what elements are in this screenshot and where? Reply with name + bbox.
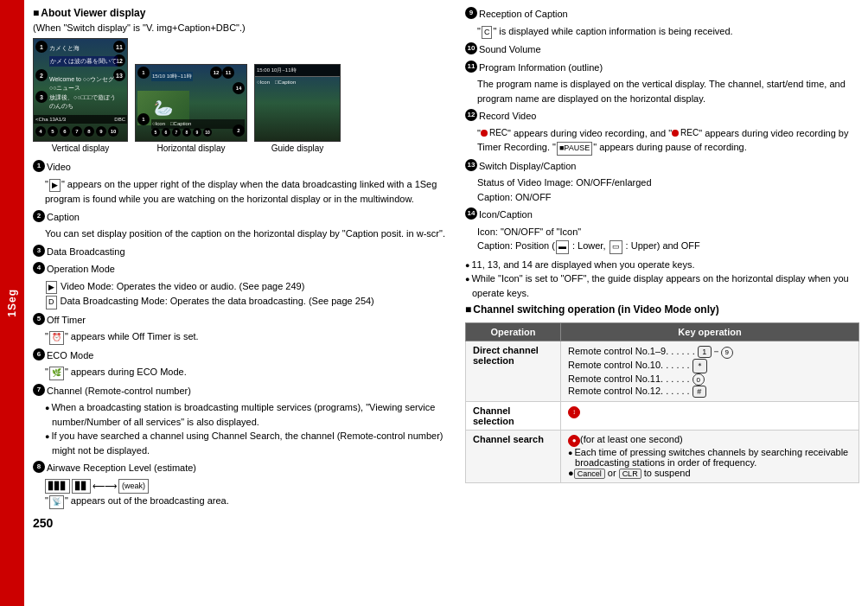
signal-mid: ▊▊ bbox=[72, 479, 91, 494]
red-sidebar: 1Seg bbox=[0, 0, 24, 606]
item-6-text: "🌿" appears during ECO Mode. bbox=[33, 365, 456, 380]
item-7: 7 Channel (Remote-control number) When a… bbox=[33, 384, 456, 458]
item-14-sub-1: Icon: "ON/OFF" of "Icon" bbox=[477, 225, 859, 239]
screen-text-2: かメくは波の暮を聞いて bbox=[49, 56, 118, 67]
display-images-row: 1 2 3 11 12 13 カメくと海 かメくは波の暮を聞いて Welcome… bbox=[33, 38, 456, 153]
key-long-press: ● bbox=[568, 435, 580, 447]
item-4-row: 4 Operation Mode bbox=[33, 262, 456, 277]
guide-content: ○Icon □Caption bbox=[255, 77, 340, 88]
h-overlay-12: 12 bbox=[210, 67, 222, 79]
item-11: 11 Program Information (outline) The pro… bbox=[465, 61, 859, 106]
vertical-screen: 1 2 3 11 12 13 カメくと海 かメくは波の暮を聞いて Welcome… bbox=[34, 39, 127, 141]
guide-row-1: ○Icon □Caption bbox=[257, 79, 338, 86]
num-2: 2 bbox=[33, 210, 45, 222]
item-2: 2 Caption You can set display position o… bbox=[33, 210, 456, 241]
direct-op-text: Direct channel selection bbox=[473, 345, 539, 366]
search-line-3: ●Cancel or CLR to suspend bbox=[568, 468, 852, 479]
guide-screen: 15:00 10月~11時 ○Icon □Caption bbox=[255, 65, 340, 141]
bottom-bar-row: <Cha 13A1/3 DBC bbox=[35, 117, 125, 122]
overlay-num-11-v: 11 bbox=[113, 41, 125, 53]
num-1: 1 bbox=[33, 160, 45, 172]
guide-header: 15:00 10月~11時 bbox=[255, 65, 340, 77]
icon-6: 6 bbox=[60, 126, 70, 137]
off-timer-icon: ⏰ bbox=[49, 331, 64, 345]
col-key-operation: Key operation bbox=[561, 323, 859, 341]
h-overlay-11: 11 bbox=[222, 67, 234, 79]
content-area: About Viewer display (When "Switch displ… bbox=[24, 0, 868, 606]
ch-label: <Cha 13A1/3 bbox=[35, 117, 66, 122]
arrow-icon: ⟵⟶ bbox=[93, 480, 117, 493]
item-12: 12 Record Video " REC" appears during vi… bbox=[465, 109, 859, 156]
num-12: 12 bbox=[465, 109, 477, 121]
item-12-row: 12 Record Video bbox=[465, 109, 859, 124]
item-3: 3 Data Broadcasting bbox=[33, 245, 456, 259]
bottom-icons-row: 4 5 6 7 8 9 10 bbox=[35, 126, 118, 137]
num-7: 7 bbox=[33, 384, 45, 396]
h-screen-text-1: 15/10 10時~11時 bbox=[151, 72, 193, 81]
item-11-row: 11 Program Information (outline) bbox=[465, 61, 859, 75]
horizontal-display: 1 12 11 14 15/10 10時~11時 🦢 1 bbox=[135, 64, 247, 142]
key-hash: # bbox=[692, 386, 706, 398]
rec-dot bbox=[481, 130, 488, 137]
item-1-row: 1 Video bbox=[33, 160, 456, 175]
item-9: 9 Reception of Caption "C" is displayed … bbox=[465, 7, 859, 39]
item-8-row: 8 Airwave Reception Level (estimate) bbox=[33, 461, 456, 475]
item-9-text: "C" is displayed while caption informati… bbox=[465, 24, 859, 40]
h-overlay-14: 14 bbox=[233, 82, 245, 94]
item-9-label: Reception of Caption bbox=[479, 7, 568, 22]
num-13: 13 bbox=[465, 159, 477, 171]
rec-icon-1: REC bbox=[481, 126, 507, 139]
icon-5: 5 bbox=[48, 126, 58, 137]
item-11-label: Program Information (outline) bbox=[479, 61, 603, 75]
item-14-label: Icon/Caption bbox=[479, 207, 533, 222]
screen-text-5: 放課後、○○□□□で遊ぼう bbox=[49, 93, 116, 102]
table-row-direct: Direct channel selection Remote control … bbox=[466, 341, 859, 402]
num-10: 10 bbox=[465, 42, 477, 54]
page-container: 1Seg About Viewer display (When "Switch … bbox=[0, 0, 868, 606]
screen-bottom-bar: <Cha 13A1/3 DBC bbox=[34, 115, 127, 124]
guide-display-wrapper: 15:00 10月~11時 ○Icon □Caption Guide displ… bbox=[254, 64, 341, 153]
right-column: 9 Reception of Caption "C" is displayed … bbox=[465, 7, 859, 599]
icon-8: 8 bbox=[84, 126, 94, 137]
page-number: 250 bbox=[33, 516, 456, 530]
overlay-num-1: 1 bbox=[35, 41, 48, 53]
item-8-label: Airwave Reception Level (estimate) bbox=[47, 461, 196, 475]
header-row: Operation Key operation bbox=[466, 323, 859, 341]
bird-icon: 🦢 bbox=[154, 99, 173, 118]
item-10-label: Sound Volume bbox=[479, 42, 541, 57]
icon-10: 10 bbox=[108, 126, 118, 137]
signal-icons: ▊▊▊ ▊▊ ⟵⟶ (weak) bbox=[45, 479, 149, 494]
h-overlay-1: 1 bbox=[137, 67, 150, 79]
channel-search-text: Channel search bbox=[473, 434, 544, 444]
num-9: 9 bbox=[465, 7, 477, 19]
item-8: 8 Airwave Reception Level (estimate) ▊▊▊… bbox=[33, 461, 456, 509]
item-6-row: 6 ECO Mode bbox=[33, 348, 456, 363]
key-0-circle: 0 bbox=[692, 373, 705, 386]
bullet-11-13-14: 11, 13, and 14 are displayed when you op… bbox=[465, 258, 859, 272]
signal-label: DBC bbox=[114, 117, 125, 122]
vertical-display-label: Vertical display bbox=[33, 144, 128, 153]
num-4: 4 bbox=[33, 262, 45, 274]
broadcast-icon: 📡 bbox=[49, 495, 64, 509]
key-channel-search: ●(for at least one second) Each time of … bbox=[561, 431, 859, 483]
item-14: 14 Icon/Caption Icon: "ON/OFF" of "Icon"… bbox=[465, 207, 859, 254]
key-line-1: Remote control No.1–9. . . . . . 1－9 bbox=[568, 345, 852, 359]
item-1-text: "▶" appears on the upper right of the di… bbox=[33, 177, 456, 207]
key-1-9: 1 bbox=[698, 346, 712, 358]
h-icon-6: 6 bbox=[162, 128, 170, 137]
upper-icon: ▭ bbox=[610, 240, 622, 254]
item-14-row: 14 Icon/Caption bbox=[465, 207, 859, 222]
item-5-text: "⏰" appears while Off Timer is set. bbox=[33, 329, 456, 345]
item-3-label: Data Broadcasting bbox=[47, 245, 125, 259]
item-4-sub-2: D Data Broadcasting Mode: Operates the d… bbox=[45, 294, 456, 309]
icon-4: 4 bbox=[35, 126, 46, 137]
icon-9: 9 bbox=[96, 126, 106, 137]
key-line-3: Remote control No.11. . . . . . 0 bbox=[568, 373, 852, 386]
item-4-sub: ▶ Video Mode: Operates the video or audi… bbox=[33, 279, 456, 309]
guide-display: 15:00 10月~11時 ○Icon □Caption bbox=[254, 64, 341, 142]
item-12-text: " REC" appears during video recording, a… bbox=[465, 126, 859, 156]
key-line-4: Remote control No.12. . . . . . # bbox=[568, 386, 852, 398]
bullet-icon-off: While "Icon" is set to "OFF", the guide … bbox=[465, 271, 859, 300]
cancel-button-display: Cancel bbox=[574, 469, 605, 479]
item-13-sub-1: Status of Video Image: ON/OFF/enlarged bbox=[477, 175, 859, 190]
